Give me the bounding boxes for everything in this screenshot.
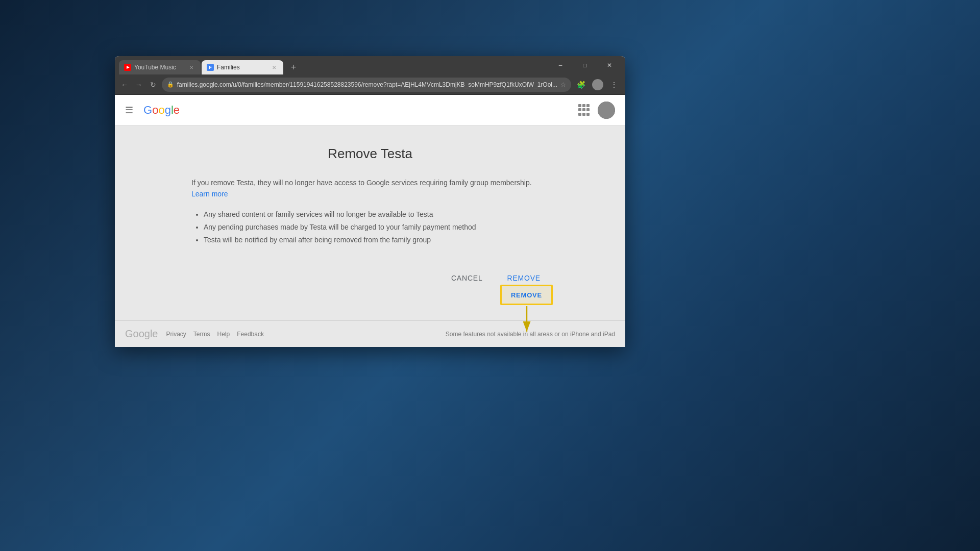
page-footer: Google Privacy Terms Help Feedback Some … [115,320,625,347]
maximize-button[interactable]: □ [573,56,597,74]
window-controls: – □ ✕ [549,56,621,74]
footer-left: Google Privacy Terms Help Feedback [125,328,264,340]
minimize-button[interactable]: – [549,56,572,74]
header-right [576,102,615,119]
logo-o1: o [152,104,158,116]
footer-google-logo: Google [125,328,158,340]
learn-more-link[interactable]: Learn more [191,190,228,198]
apps-dot [578,113,581,116]
description-paragraph: If you remove Testa, they will no longer… [191,177,549,200]
google-header: ☰ Google [115,95,625,126]
header-left: ☰ Google [125,104,180,117]
google-logo: Google [143,104,180,117]
user-avatar[interactable] [598,102,615,119]
page-title: Remove Testa [125,146,615,162]
logo-e: e [174,104,180,116]
tab-youtube-music-title: YouTube Music [134,64,184,71]
google-apps-icon[interactable] [576,102,593,118]
logo-o2: o [158,104,164,116]
address-text: families.google.com/u/0/families/member/… [177,81,557,88]
extensions-icon[interactable]: 🧩 [574,78,589,92]
footer-note: Some features not available in all areas… [446,331,615,338]
footer-terms-link[interactable]: Terms [193,331,210,338]
apps-dot [578,108,581,111]
apps-dot [586,108,590,111]
apps-dot [586,113,590,116]
bookmark-icon: ☆ [560,81,566,88]
apps-dot [582,104,585,107]
tab-youtube-music-close[interactable]: ✕ [187,63,195,71]
bullet-item-1: Any shared content or family services wi… [204,208,549,221]
apps-dot [582,113,585,116]
description-text: If you remove Testa, they will no longer… [191,179,532,187]
tab-families-close[interactable]: ✕ [270,63,278,71]
logo-g2: g [165,104,171,116]
browser-window: YouTube Music ✕ F Families ✕ + – □ ✕ ← →… [115,56,625,347]
menu-icon[interactable]: ⋮ [607,78,621,92]
tab-youtube-music[interactable]: YouTube Music ✕ [119,60,201,74]
profile-icon[interactable] [591,78,605,92]
close-button[interactable]: ✕ [598,56,621,74]
youtube-favicon [124,64,131,71]
browser-toolbar: ← → ↻ 🔒 families.google.com/u/0/families… [115,74,625,95]
bullet-item-2: Any pending purchases made by Testa will… [204,221,549,234]
svg-marker-0 [127,66,130,69]
back-button[interactable]: ← [119,78,130,92]
hamburger-icon[interactable]: ☰ [125,105,133,116]
footer-links: Privacy Terms Help Feedback [166,331,264,338]
refresh-button[interactable]: ↻ [148,78,159,92]
address-bar[interactable]: 🔒 families.google.com/u/0/families/membe… [162,78,571,92]
logo-g: G [143,104,152,116]
new-tab-button[interactable]: + [286,60,301,74]
lock-icon: 🔒 [167,81,174,88]
browser-titlebar: YouTube Music ✕ F Families ✕ + – □ ✕ [115,56,625,74]
footer-privacy-link[interactable]: Privacy [166,331,186,338]
apps-dot [586,104,590,107]
bullet-list: Any shared content or family services wi… [191,208,549,247]
toolbar-icons: 🧩 ⋮ [574,78,621,92]
bullet-item-3: Testa will be notified by email after be… [204,234,549,246]
apps-dot [582,108,585,111]
action-buttons: CANCEL REMOVE [191,262,549,294]
footer-feedback-link[interactable]: Feedback [237,331,264,338]
forward-button[interactable]: → [133,78,144,92]
tab-families-title: Families [217,64,267,71]
footer-help-link[interactable]: Help [217,331,230,338]
tab-families[interactable]: F Families ✕ [202,60,283,74]
content-area: If you remove Testa, they will no longer… [191,177,549,294]
page-main: Remove Testa If you remove Testa, they w… [115,126,625,320]
apps-dot [578,104,581,107]
cancel-button[interactable]: CANCEL [443,270,491,286]
tab-strip: YouTube Music ✕ F Families ✕ + [119,56,549,74]
browser-content: ☰ Google [115,95,625,347]
families-favicon: F [207,64,214,71]
remove-button[interactable]: REMOVE [499,270,549,286]
